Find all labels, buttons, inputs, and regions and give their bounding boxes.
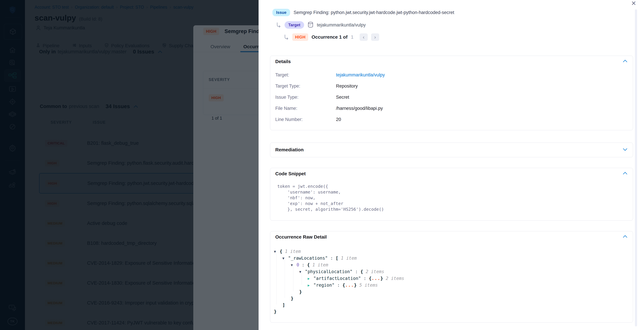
code-snippet-heading: Code Snippet [275, 171, 306, 176]
json-token-brace: { [342, 282, 345, 288]
raw-detail-card: Occurrence Raw Detail ▼{ 1 item▼"_rawLoc… [270, 231, 633, 322]
json-token-brace: } [299, 289, 302, 294]
code-snippet-block: token = jwt.encode({ 'username': usernam… [277, 184, 384, 212]
details-heading: Details [275, 59, 291, 64]
code-snippet-card: Code Snippet token = jwt.encode({ 'usern… [270, 168, 633, 220]
json-token-brace: { [307, 262, 312, 268]
tree-expand-arrow-icon[interactable]: ▶ [308, 282, 314, 289]
detail-value: /harness/good/libapi.py [336, 106, 383, 111]
detail-label: Target: [275, 72, 336, 78]
detail-value: Secret [336, 95, 349, 100]
json-token-punct: : [361, 276, 369, 281]
json-token-key: "_rawLocations" [288, 256, 328, 261]
json-token-dots: ... [372, 276, 380, 281]
target-repo-name: tejakummarikuntla/vulpy [317, 22, 366, 28]
json-tree-line: } [274, 308, 404, 315]
detail-value-link[interactable]: tejakummarikuntla/vulpy [336, 72, 385, 78]
detail-label: Target Type: [275, 84, 336, 89]
collapse-chevron-icon[interactable] [623, 172, 628, 174]
target-badge: Target [284, 21, 304, 29]
json-token-brace: ] [282, 302, 285, 308]
issue-type-badge: Issue [272, 9, 290, 16]
close-icon[interactable]: ✕ [631, 0, 636, 6]
branch-arrow-icon [276, 22, 281, 28]
raw-detail-heading: Occurrence Raw Detail [275, 234, 327, 240]
tree-collapse-arrow-icon[interactable]: ▼ [291, 262, 296, 268]
next-occurrence-button[interactable]: › [371, 34, 379, 41]
details-card: Details Target:tejakummarikuntla/vulpyTa… [270, 56, 633, 130]
tree-expand-arrow-icon[interactable]: ▶ [308, 275, 314, 282]
json-token-brace: { [360, 269, 366, 274]
detail-row: Issue Type:Secret [275, 95, 349, 100]
json-token-meta: 1 item [285, 249, 301, 254]
json-tree-line: ▼{ 1 item [274, 248, 404, 255]
json-tree-line: ▶"artifactLocation" : {...} 2 items [274, 275, 404, 282]
collapse-chevron-icon[interactable] [623, 60, 628, 62]
json-tree-line: ▼"_rawLocations" : [ 1 item [274, 255, 404, 262]
occurrence-detail-modal: ✕ Issue Semgrep Finding: python.jwt.secu… [258, 0, 644, 330]
json-tree-line: ▶"region" : {...} 5 items [274, 282, 404, 289]
json-token-brace: } [274, 309, 277, 314]
detail-label: Line Number: [275, 117, 336, 122]
expand-chevron-icon[interactable] [623, 148, 628, 151]
json-token-punct: : [334, 282, 342, 288]
json-token-key: "physicalLocation" [305, 269, 352, 274]
json-token-punct: : [299, 262, 307, 268]
detail-label: Issue Type: [275, 95, 336, 100]
json-token-meta: 5 items [359, 282, 378, 288]
json-token-brace: } [380, 276, 386, 281]
detail-row: Target Type:Repository [275, 84, 358, 89]
json-token-punct: : [328, 256, 336, 261]
detail-label: File Name: [275, 106, 336, 111]
json-tree-line: ▼"physicalLocation" : { 2 items [274, 268, 404, 275]
json-tree-line: ▼0 : { 1 item [274, 262, 404, 268]
severity-badge: HIGH [292, 34, 308, 41]
detail-row: Line Number:20 [275, 117, 341, 122]
json-token-dots: ... [345, 282, 354, 288]
json-token-punct: : [352, 269, 360, 274]
branch-arrow-icon [284, 34, 289, 40]
detail-row: File Name:/harness/good/libapi.py [275, 106, 383, 111]
detail-value: 20 [336, 117, 341, 122]
tree-collapse-arrow-icon[interactable]: ▼ [274, 248, 280, 255]
occurrence-label: Occurrence 1 of [312, 34, 348, 40]
modal-issue-title: Semgrep Finding: python.jwt.security.jwt… [294, 10, 454, 15]
json-token-key: "artifactLocation" [314, 276, 361, 281]
remediation-card: Remediation [270, 142, 633, 157]
json-token-brace: { [369, 276, 372, 281]
json-token-meta: 1 item [312, 262, 328, 268]
prev-occurrence-button[interactable]: ‹ [360, 34, 368, 41]
tree-collapse-arrow-icon[interactable]: ▼ [282, 255, 288, 262]
repository-icon: ‹/› [308, 22, 314, 28]
json-token-brace: { [280, 249, 285, 254]
tree-collapse-arrow-icon[interactable]: ▼ [299, 268, 305, 275]
app-root: ? TK ▶ Account: STO test›Organization: d… [0, 0, 644, 330]
json-token-meta: 1 item [341, 256, 357, 261]
svg-text:‹/›: ‹/› [309, 24, 311, 26]
collapse-chevron-icon[interactable] [623, 235, 628, 238]
remediation-heading: Remediation [275, 147, 304, 152]
json-token-brace: } [354, 282, 359, 288]
json-token-brace: } [291, 296, 294, 301]
json-tree-line: } [274, 289, 404, 295]
json-tree-line: } [274, 295, 404, 302]
json-token-brace: [ [336, 256, 341, 261]
json-token-meta: 2 items [366, 269, 384, 274]
occurrence-total: 1 [351, 34, 354, 40]
modal-scrollbar[interactable] [635, 9, 637, 326]
json-token-meta: 2 items [386, 276, 404, 281]
json-tree: ▼{ 1 item▼"_rawLocations" : [ 1 item▼0 :… [274, 248, 404, 315]
detail-value: Repository [336, 84, 358, 89]
detail-row: Target:tejakummarikuntla/vulpy [275, 72, 385, 78]
json-token-key: "region" [314, 282, 334, 288]
json-tree-line: ] [274, 302, 404, 308]
json-token-index: 0 [296, 262, 299, 268]
